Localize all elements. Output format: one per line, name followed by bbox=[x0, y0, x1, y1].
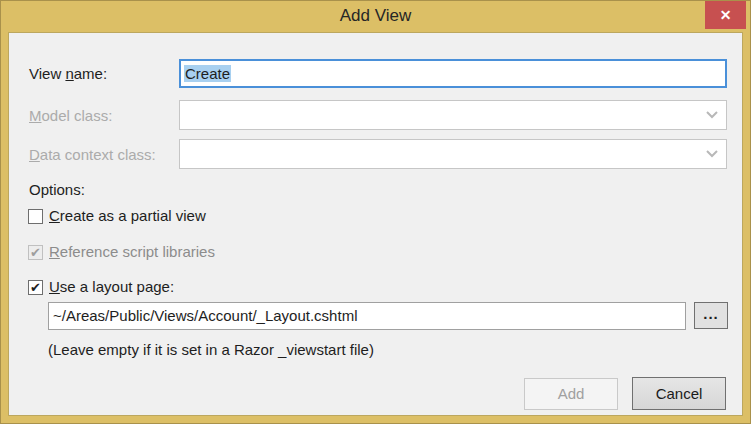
layout-path-text: ~/Areas/Public/Views/Account/_Layout.csh… bbox=[53, 307, 357, 324]
options-heading: Options: bbox=[29, 181, 85, 198]
reference-scripts-label: Reference script libraries bbox=[49, 243, 215, 260]
layout-page-label[interactable]: Use a layout page: bbox=[49, 278, 174, 295]
layout-page-checkbox[interactable]: ✔ bbox=[28, 280, 43, 295]
chevron-down-icon bbox=[706, 111, 718, 119]
model-class-combobox[interactable] bbox=[179, 100, 727, 130]
data-context-class-label: Data context class: bbox=[29, 146, 156, 163]
close-icon: ✕ bbox=[720, 1, 732, 29]
chevron-down-icon bbox=[706, 150, 718, 158]
check-icon: ✔ bbox=[29, 281, 42, 294]
add-button[interactable]: Add bbox=[524, 378, 618, 410]
check-icon: ✔ bbox=[29, 246, 42, 259]
add-view-dialog: Add View ✕ View name: Create Model class… bbox=[0, 0, 751, 424]
partial-view-checkbox[interactable] bbox=[28, 209, 43, 224]
title-bar[interactable]: Add View bbox=[1, 1, 750, 32]
data-context-class-combobox[interactable] bbox=[179, 139, 727, 169]
close-button[interactable]: ✕ bbox=[705, 1, 746, 29]
partial-view-label[interactable]: Create as a partial view bbox=[49, 207, 206, 224]
reference-scripts-checkbox: ✔ bbox=[28, 245, 43, 260]
dialog-title: Add View bbox=[340, 1, 412, 31]
view-name-input[interactable]: Create bbox=[179, 59, 727, 88]
layout-path-input[interactable]: ~/Areas/Public/Views/Account/_Layout.csh… bbox=[48, 302, 686, 330]
layout-hint: (Leave empty if it is set in a Razor _vi… bbox=[48, 341, 374, 358]
view-name-label: View name: bbox=[29, 65, 107, 82]
dialog-body: View name: Create Model class: Data cont… bbox=[8, 32, 743, 416]
browse-button[interactable]: ... bbox=[694, 302, 728, 329]
view-name-selected-text: Create bbox=[184, 65, 231, 82]
ellipsis-icon: ... bbox=[703, 305, 719, 322]
cancel-button[interactable]: Cancel bbox=[632, 377, 726, 410]
model-class-label: Model class: bbox=[29, 107, 112, 124]
